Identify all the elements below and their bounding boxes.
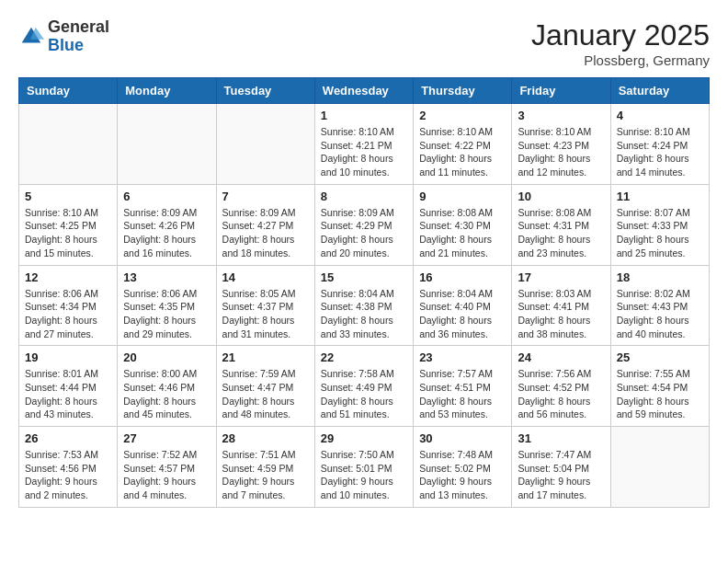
calendar-cell: 7Sunrise: 8:09 AM Sunset: 4:27 PM Daylig… xyxy=(216,184,314,265)
calendar-cell: 9Sunrise: 8:08 AM Sunset: 4:30 PM Daylig… xyxy=(414,184,512,265)
day-info: Sunrise: 8:01 AM Sunset: 4:44 PM Dayligh… xyxy=(25,367,111,421)
day-number: 2 xyxy=(419,109,506,122)
calendar-cell: 18Sunrise: 8:02 AM Sunset: 4:43 PM Dayli… xyxy=(610,265,709,346)
day-info: Sunrise: 8:03 AM Sunset: 4:41 PM Dayligh… xyxy=(518,287,604,341)
day-number: 4 xyxy=(617,109,703,122)
calendar-cell: 3Sunrise: 8:10 AM Sunset: 4:23 PM Daylig… xyxy=(512,104,610,185)
calendar-cell: 31Sunrise: 7:47 AM Sunset: 5:04 PM Dayli… xyxy=(512,427,610,508)
logo-icon xyxy=(18,24,44,50)
title-block: January 2025 Plossberg, Germany xyxy=(531,18,710,68)
day-info: Sunrise: 7:47 AM Sunset: 5:04 PM Dayligh… xyxy=(518,448,604,502)
calendar-cell: 11Sunrise: 8:07 AM Sunset: 4:33 PM Dayli… xyxy=(610,184,709,265)
day-info: Sunrise: 7:58 AM Sunset: 4:49 PM Dayligh… xyxy=(321,367,407,421)
calendar-cell: 12Sunrise: 8:06 AM Sunset: 4:34 PM Dayli… xyxy=(19,265,118,346)
header-saturday: Saturday xyxy=(610,78,709,104)
day-number: 24 xyxy=(518,350,604,364)
day-info: Sunrise: 7:57 AM Sunset: 4:51 PM Dayligh… xyxy=(419,367,506,421)
day-number: 28 xyxy=(222,431,309,445)
header-wednesday: Wednesday xyxy=(314,78,413,104)
calendar-cell xyxy=(610,427,709,508)
day-info: Sunrise: 8:07 AM Sunset: 4:33 PM Dayligh… xyxy=(617,206,703,260)
header-friday: Friday xyxy=(512,78,610,104)
calendar-cell: 30Sunrise: 7:48 AM Sunset: 5:02 PM Dayli… xyxy=(414,427,512,508)
day-info: Sunrise: 8:10 AM Sunset: 4:24 PM Dayligh… xyxy=(617,125,703,179)
calendar-cell: 25Sunrise: 7:55 AM Sunset: 4:54 PM Dayli… xyxy=(610,346,709,427)
day-info: Sunrise: 8:04 AM Sunset: 4:40 PM Dayligh… xyxy=(419,287,506,341)
calendar-cell: 15Sunrise: 8:04 AM Sunset: 4:38 PM Dayli… xyxy=(314,265,413,346)
calendar-cell: 19Sunrise: 8:01 AM Sunset: 4:44 PM Dayli… xyxy=(19,346,118,427)
day-info: Sunrise: 8:09 AM Sunset: 4:29 PM Dayligh… xyxy=(321,206,407,260)
logo: General Blue xyxy=(18,18,109,55)
day-number: 13 xyxy=(123,270,210,284)
day-info: Sunrise: 7:59 AM Sunset: 4:47 PM Dayligh… xyxy=(222,367,309,421)
day-number: 5 xyxy=(25,190,111,203)
location-title: Plossberg, Germany xyxy=(531,52,710,68)
day-info: Sunrise: 8:08 AM Sunset: 4:31 PM Dayligh… xyxy=(518,206,604,260)
calendar-cell xyxy=(216,104,314,185)
day-info: Sunrise: 8:00 AM Sunset: 4:46 PM Dayligh… xyxy=(123,367,210,421)
calendar-header-row: SundayMondayTuesdayWednesdayThursdayFrid… xyxy=(19,78,710,104)
day-number: 11 xyxy=(617,190,703,203)
calendar-cell xyxy=(19,104,118,185)
day-number: 1 xyxy=(321,109,407,122)
day-info: Sunrise: 8:09 AM Sunset: 4:27 PM Dayligh… xyxy=(222,206,309,260)
calendar-cell: 2Sunrise: 8:10 AM Sunset: 4:22 PM Daylig… xyxy=(414,104,512,185)
calendar-cell: 22Sunrise: 7:58 AM Sunset: 4:49 PM Dayli… xyxy=(314,346,413,427)
day-number: 3 xyxy=(518,109,604,122)
day-info: Sunrise: 7:56 AM Sunset: 4:52 PM Dayligh… xyxy=(518,367,604,421)
calendar-cell: 10Sunrise: 8:08 AM Sunset: 4:31 PM Dayli… xyxy=(512,184,610,265)
day-number: 10 xyxy=(518,190,604,203)
day-number: 21 xyxy=(222,350,309,364)
day-info: Sunrise: 7:55 AM Sunset: 4:54 PM Dayligh… xyxy=(617,367,703,421)
calendar-cell: 28Sunrise: 7:51 AM Sunset: 4:59 PM Dayli… xyxy=(216,427,314,508)
day-info: Sunrise: 8:10 AM Sunset: 4:21 PM Dayligh… xyxy=(321,125,407,179)
week-row-3: 12Sunrise: 8:06 AM Sunset: 4:34 PM Dayli… xyxy=(19,265,710,346)
day-number: 9 xyxy=(419,190,506,203)
day-number: 6 xyxy=(123,190,210,203)
day-info: Sunrise: 8:09 AM Sunset: 4:26 PM Dayligh… xyxy=(123,206,210,260)
calendar-cell: 13Sunrise: 8:06 AM Sunset: 4:35 PM Dayli… xyxy=(118,265,216,346)
day-number: 31 xyxy=(518,431,604,445)
week-row-1: 1Sunrise: 8:10 AM Sunset: 4:21 PM Daylig… xyxy=(19,104,710,185)
day-info: Sunrise: 8:02 AM Sunset: 4:43 PM Dayligh… xyxy=(617,287,703,341)
week-row-4: 19Sunrise: 8:01 AM Sunset: 4:44 PM Dayli… xyxy=(19,346,710,427)
calendar-cell: 8Sunrise: 8:09 AM Sunset: 4:29 PM Daylig… xyxy=(314,184,413,265)
day-number: 12 xyxy=(25,270,111,284)
header-monday: Monday xyxy=(118,78,216,104)
calendar-cell: 4Sunrise: 8:10 AM Sunset: 4:24 PM Daylig… xyxy=(610,104,709,185)
day-info: Sunrise: 8:08 AM Sunset: 4:30 PM Dayligh… xyxy=(419,206,506,260)
day-info: Sunrise: 8:10 AM Sunset: 4:25 PM Dayligh… xyxy=(25,206,111,260)
day-info: Sunrise: 8:04 AM Sunset: 4:38 PM Dayligh… xyxy=(321,287,407,341)
day-info: Sunrise: 7:51 AM Sunset: 4:59 PM Dayligh… xyxy=(222,448,309,502)
day-number: 14 xyxy=(222,270,309,284)
calendar-cell xyxy=(118,104,216,185)
logo-blue: Blue xyxy=(48,36,84,54)
day-info: Sunrise: 7:48 AM Sunset: 5:02 PM Dayligh… xyxy=(419,448,506,502)
calendar-cell: 27Sunrise: 7:52 AM Sunset: 4:57 PM Dayli… xyxy=(118,427,216,508)
calendar-cell: 23Sunrise: 7:57 AM Sunset: 4:51 PM Dayli… xyxy=(414,346,512,427)
calendar-cell: 29Sunrise: 7:50 AM Sunset: 5:01 PM Dayli… xyxy=(314,427,413,508)
calendar-cell: 20Sunrise: 8:00 AM Sunset: 4:46 PM Dayli… xyxy=(118,346,216,427)
day-number: 30 xyxy=(419,431,506,445)
day-number: 16 xyxy=(419,270,506,284)
day-info: Sunrise: 7:52 AM Sunset: 4:57 PM Dayligh… xyxy=(123,448,210,502)
day-number: 23 xyxy=(419,350,506,364)
day-number: 7 xyxy=(222,190,309,203)
calendar-cell: 24Sunrise: 7:56 AM Sunset: 4:52 PM Dayli… xyxy=(512,346,610,427)
header-tuesday: Tuesday xyxy=(216,78,314,104)
day-number: 25 xyxy=(617,350,703,364)
calendar-cell: 21Sunrise: 7:59 AM Sunset: 4:47 PM Dayli… xyxy=(216,346,314,427)
week-row-5: 26Sunrise: 7:53 AM Sunset: 4:56 PM Dayli… xyxy=(19,427,710,508)
day-number: 19 xyxy=(25,350,111,364)
day-number: 22 xyxy=(321,350,407,364)
calendar-cell: 6Sunrise: 8:09 AM Sunset: 4:26 PM Daylig… xyxy=(118,184,216,265)
month-title: January 2025 xyxy=(531,18,710,52)
day-number: 15 xyxy=(321,270,407,284)
header-sunday: Sunday xyxy=(19,78,118,104)
day-number: 20 xyxy=(123,350,210,364)
day-number: 18 xyxy=(617,270,703,284)
calendar-table: SundayMondayTuesdayWednesdayThursdayFrid… xyxy=(18,77,710,508)
logo-text: General Blue xyxy=(48,18,109,55)
calendar-cell: 16Sunrise: 8:04 AM Sunset: 4:40 PM Dayli… xyxy=(414,265,512,346)
calendar-cell: 17Sunrise: 8:03 AM Sunset: 4:41 PM Dayli… xyxy=(512,265,610,346)
